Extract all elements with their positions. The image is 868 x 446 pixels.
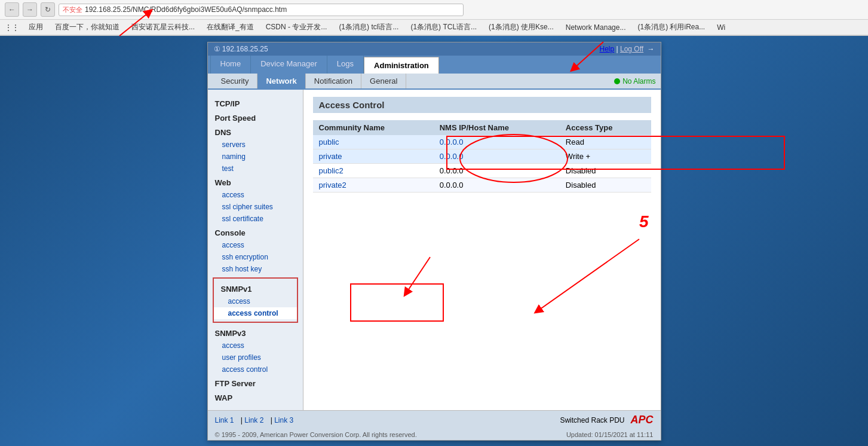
tab-home[interactable]: Home [210,56,251,74]
sidebar-link-console-ssh-enc[interactable]: ssh encryption [208,251,303,263]
top-bar-links: Help | Log Off → [600,45,655,53]
table-row: private 0.0.0.0 Write + [313,149,651,164]
device-ip: ① 192.168.25.25 [214,45,268,53]
alarm-status: No Alarms [614,77,655,85]
sidebar-section-tcpip[interactable]: TCP/IP [208,96,303,110]
tab-administration[interactable]: Administration [364,57,439,74]
reload-button[interactable]: ↻ [41,2,55,17]
footer-link1[interactable]: Link 1 [215,416,234,424]
community-link-private[interactable]: private [319,152,342,161]
bookmark-wi[interactable]: Wi [712,22,730,33]
sidebar-link-snmpv1-access-control[interactable]: access control [214,307,297,319]
bookmark-tcl2[interactable]: (1条消息) TCL语言... [406,21,481,33]
address-url[interactable]: 192.168.25.25/NMC/RDd6d6fy6gboi3WE50u6AQ… [85,5,287,14]
sub-nav: Security Network Notification General No… [208,74,661,90]
back-button[interactable]: ← [5,2,19,17]
col-community-name: Community Name [313,120,434,135]
forward-button[interactable]: → [23,2,37,17]
sidebar-link-snmpv1-access[interactable]: access [214,295,297,307]
sidebar-section-web: Web [208,175,303,189]
sidebar-link-web-ssl-cipher[interactable]: ssl cipher suites [208,201,303,213]
access-type-cell: Read [560,135,651,149]
panel-body: TCP/IP Port Speed DNS servers naming tes… [208,90,661,410]
community-name-cell: private2 [313,178,434,193]
sidebar-section-console: Console [208,225,303,239]
sidebar-link-dns-servers[interactable]: servers [208,139,303,151]
separator: | [617,45,618,53]
community-link-public[interactable]: public [319,138,339,146]
nms-ip-cell: 0.0.0.0 [434,178,560,193]
bookmarks-bar: ⋮⋮ 应用 百度一下，你就知道 西安诺瓦星云科技... 在线翻译_有道 CSDN… [0,20,868,35]
sidebar-link-console-ssh-key[interactable]: ssh host key [208,263,303,275]
sidebar-section-wap[interactable]: WAP [208,390,303,404]
apc-logo: APC [630,414,653,426]
sidebar-link-snmpv3-user-profiles[interactable]: user profiles [208,352,303,363]
device-name: Switched Rack PDU [560,416,624,424]
top-bar: ① 192.168.25.25 Help | Log Off → [208,42,661,56]
bookmark-youdao[interactable]: 在线翻译_有道 [202,21,259,33]
content-area: Access Control Community Name NMS IP/Hos… [303,90,661,410]
access-type-cell: Disabled [560,178,651,193]
bookmark-kse[interactable]: (1条消息) 使用Kse... [484,21,559,33]
tab-logs[interactable]: Logs [327,56,364,74]
apc-panel: ① 192.168.25.25 Help | Log Off → Home De… [207,42,661,441]
panel-footer: Link 1 | Link 2 | Link 3 Switched Rack P… [208,410,661,429]
nms-ip-cell: 0.0.0.0 [434,164,560,178]
sidebar-link-web-access[interactable]: access [208,189,303,201]
access-type-cell: Write + [560,149,651,164]
sidebar-section-snmpv3: SNMPv3 [208,325,303,340]
updated-text: Updated: 01/15/2021 at 11:11 [566,431,654,438]
sidebar-section-dns: DNS [208,124,303,139]
bookmark-tcl1[interactable]: (1条消息) tcl语言... [334,21,403,33]
sidebar-link-snmpv3-access[interactable]: access [208,340,303,352]
copyright-bar: © 1995 - 2009, American Power Conversion… [208,429,661,440]
nms-ip-cell: 0.0.0.0 [434,149,560,164]
bookmark-csdn[interactable]: CSDN - 专业开发... [261,21,332,33]
subtab-security[interactable]: Security [213,74,258,88]
community-link-public2[interactable]: public2 [319,166,343,175]
col-nms-ip: NMS IP/Host Name [434,120,560,135]
snmpv1-section-box: SNMPv1 access access control [213,277,298,323]
logoff-icon: → [648,45,655,53]
alarm-label: No Alarms [622,77,655,85]
table-row: public2 0.0.0.0 Disabled [313,164,651,178]
sidebar-link-snmpv3-access-control[interactable]: access control [208,363,303,375]
col-access-type: Access Type [560,120,651,135]
logoff-link[interactable]: Log Off [620,45,643,53]
community-name-cell: public2 [313,164,434,178]
community-name-cell: public [313,135,434,149]
table-row: public 0.0.0.0 Read [313,135,651,149]
sidebar: TCP/IP Port Speed DNS servers naming tes… [208,90,303,410]
bookmark-apps[interactable]: 应用 [24,21,48,33]
sidebar-section-portspeed[interactable]: Port Speed [208,110,303,124]
community-name-cell: private [313,149,434,164]
footer-links: Link 1 | Link 2 | Link 3 [215,416,299,424]
subtab-general[interactable]: General [361,74,406,88]
access-control-table: Community Name NMS IP/Host Name Access T… [313,120,651,193]
subtab-notification[interactable]: Notification [306,74,361,88]
footer-right: Switched Rack PDU APC [560,414,653,426]
alarm-dot [614,78,620,84]
bookmark-nova[interactable]: 西安诺瓦星云科技... [127,21,200,33]
footer-link2[interactable]: Link 2 [244,416,263,424]
apps-icon[interactable]: ⋮⋮ [5,23,19,32]
main-nav: Home Device Manager Logs Administration [208,56,661,74]
nms-ip-cell: 0.0.0.0 [434,135,560,149]
sidebar-link-web-ssl-cert[interactable]: ssl certificate [208,213,303,225]
subtab-network[interactable]: Network [257,74,305,88]
bookmark-irea[interactable]: (1条消息) 利用iRea... [633,21,710,33]
sidebar-link-dns-test[interactable]: test [208,163,303,175]
access-type-cell: Disabled [560,164,651,178]
sidebar-link-dns-naming[interactable]: naming [208,151,303,163]
sidebar-section-snmpv1: SNMPv1 [214,281,297,295]
sidebar-link-console-access[interactable]: access [208,239,303,251]
table-row: private2 0.0.0.0 Disabled [313,178,651,193]
help-link[interactable]: Help [600,45,615,53]
tab-device-manager[interactable]: Device Manager [251,56,327,74]
sidebar-section-ftp[interactable]: FTP Server [208,375,303,390]
bookmark-network[interactable]: Network Manage... [561,22,631,33]
copyright-text: © 1995 - 2009, American Power Conversion… [215,431,417,438]
bookmark-baidu[interactable]: 百度一下，你就知道 [50,21,124,33]
community-link-private2[interactable]: private2 [319,181,346,190]
footer-link3[interactable]: Link 3 [274,416,293,424]
